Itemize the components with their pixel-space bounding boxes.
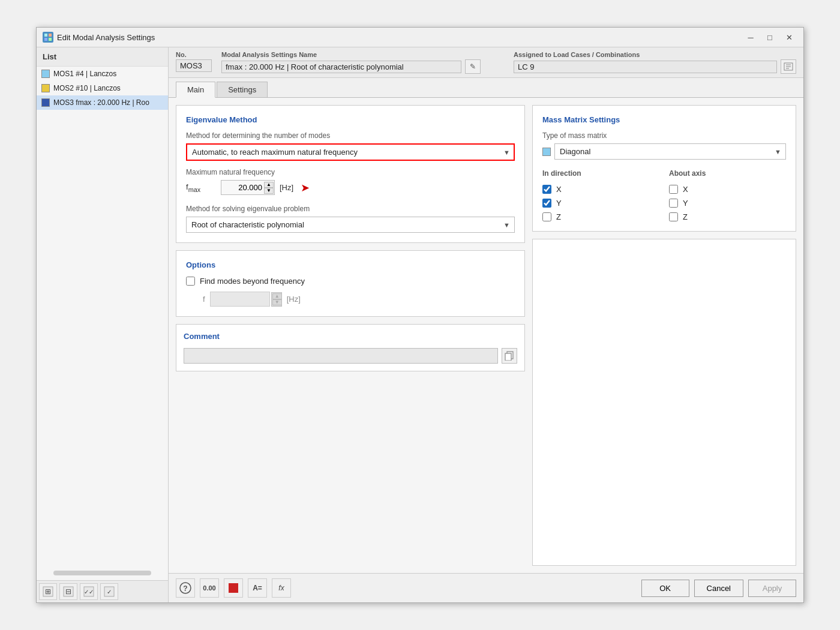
- main-window: Edit Modal Analysis Settings ─ □ ✕ List …: [36, 27, 804, 603]
- mos2-label: MOS2 #10 | Lanczos: [53, 84, 121, 92]
- find-modes-label: Find modes beyond frequency: [200, 277, 305, 286]
- mos3-label: MOS3 fmax : 20.000 Hz | Roo: [53, 98, 149, 107]
- svg-text:✓: ✓: [107, 589, 112, 595]
- minimize-button[interactable]: ─: [742, 31, 759, 43]
- fmax-sub: max: [188, 185, 200, 193]
- close-button[interactable]: ✕: [781, 31, 797, 43]
- f-down-btn: ▼: [272, 299, 282, 305]
- panels-area: Eigenvalue Method Method for determining…: [169, 98, 803, 573]
- comment-copy-btn[interactable]: [502, 348, 517, 364]
- mass-matrix-section: Mass Matrix Settings Type of mass matrix…: [532, 105, 796, 232]
- fmax-label: fmax: [186, 182, 216, 193]
- method-label: Method for determining the number of mod…: [186, 131, 515, 140]
- maximize-button[interactable]: □: [761, 31, 778, 43]
- content-area: List MOS1 #4 | Lanczos MOS2 #10 | Lanczo…: [37, 47, 803, 602]
- axis-z-label: Z: [683, 212, 688, 221]
- eigenvalue-section: Eigenvalue Method Method for determining…: [176, 105, 525, 243]
- mos1-color: [41, 70, 50, 78]
- svg-text:✓✓: ✓✓: [84, 589, 94, 595]
- arrow-indicator: ➤: [301, 181, 310, 194]
- svg-text:⊟: ⊟: [65, 587, 71, 596]
- sidebar-header: List: [37, 47, 168, 67]
- svg-text:?: ?: [183, 584, 187, 593]
- svg-rect-17: [505, 353, 511, 361]
- axis-x-checkbox[interactable]: [669, 185, 678, 194]
- fmax-input-wrapper: ▲ ▼: [221, 180, 275, 195]
- apply-button[interactable]: Apply: [748, 580, 796, 597]
- assigned-label: Assigned to Load Cases / Combinations: [514, 51, 796, 58]
- font-button[interactable]: A=: [248, 578, 267, 598]
- name-edit-button[interactable]: ✎: [465, 59, 481, 74]
- dir-x-checkbox[interactable]: [542, 185, 551, 194]
- sidebar: List MOS1 #4 | Lanczos MOS2 #10 | Lanczo…: [37, 47, 169, 602]
- mass-type-dropdown[interactable]: Diagonal Consistent: [554, 143, 786, 160]
- svg-text:⊞: ⊞: [45, 587, 51, 596]
- method-dropdown[interactable]: Automatic, to reach maximum natural freq…: [186, 143, 515, 161]
- formula-button[interactable]: fx: [272, 578, 291, 598]
- method-dropdown-wrapper: Automatic, to reach maximum natural freq…: [186, 143, 515, 161]
- axis-y-row: Y: [669, 199, 786, 208]
- decimal-label: 0.00: [203, 584, 215, 592]
- sidebar-check-btn[interactable]: ✓: [100, 583, 118, 600]
- comment-input[interactable]: [184, 348, 498, 364]
- right-panel: Mass Matrix Settings Type of mass matrix…: [532, 105, 796, 566]
- dir-x-label: X: [556, 185, 562, 194]
- title-bar: Edit Modal Analysis Settings ─ □ ✕: [37, 28, 803, 47]
- direction-section: In direction X Y: [542, 169, 659, 221]
- axis-x-row: X: [669, 185, 786, 194]
- find-modes-checkbox[interactable]: [186, 277, 195, 286]
- assigned-value: LC 9: [514, 61, 777, 73]
- window-title: Edit Modal Analysis Settings: [57, 33, 155, 42]
- solve-dropdown[interactable]: Root of characteristic polynomial Lanczo…: [186, 217, 515, 233]
- dir-z-row: Z: [542, 212, 659, 221]
- axis-z-checkbox[interactable]: [669, 212, 678, 221]
- assigned-edit-button[interactable]: [781, 59, 796, 74]
- sidebar-item-mos1[interactable]: MOS1 #4 | Lanczos: [37, 67, 168, 81]
- no-label: No.: [176, 51, 212, 58]
- svg-rect-2: [44, 38, 47, 41]
- f-label: f: [203, 295, 205, 304]
- comment-section: Comment: [176, 324, 525, 371]
- fmax-down-btn[interactable]: ▼: [264, 188, 274, 194]
- find-modes-row: Find modes beyond frequency: [186, 277, 515, 286]
- right-empty-panel: [532, 239, 796, 566]
- left-panel: Eigenvalue Method Method for determining…: [176, 105, 525, 566]
- formula-label: fx: [278, 584, 284, 592]
- bottom-bar: ? 0.00 A= fx OK: [169, 573, 803, 602]
- fmax-up-btn[interactable]: ▲: [264, 182, 274, 188]
- dir-x-row: X: [542, 185, 659, 194]
- tab-settings[interactable]: Settings: [217, 82, 268, 97]
- fmax-unit: [Hz]: [280, 183, 293, 192]
- axis-y-checkbox[interactable]: [669, 199, 678, 208]
- comment-input-row: [184, 348, 517, 364]
- svg-rect-0: [44, 34, 47, 37]
- eigenvalue-title: Eigenvalue Method: [186, 115, 515, 124]
- no-field: No. MOS3: [176, 51, 212, 74]
- f-input: [210, 292, 270, 307]
- dir-z-checkbox[interactable]: [542, 212, 551, 221]
- fmax-spinner: ▲ ▼: [264, 182, 274, 194]
- font-label: A=: [253, 584, 262, 592]
- sidebar-checkall-btn[interactable]: ✓✓: [80, 583, 98, 600]
- sidebar-add-btn[interactable]: ⊞: [39, 583, 57, 600]
- name-value: fmax : 20.000 Hz | Root of characteristi…: [221, 61, 461, 73]
- color-button[interactable]: [224, 578, 243, 598]
- window-controls: ─ □ ✕: [742, 31, 797, 43]
- mos3-color: [41, 98, 50, 107]
- decimal-button[interactable]: 0.00: [200, 578, 219, 598]
- sidebar-remove-btn[interactable]: ⊟: [59, 583, 77, 600]
- tab-main[interactable]: Main: [176, 82, 215, 98]
- bottom-icons: ? 0.00 A= fx: [176, 578, 291, 598]
- svg-rect-1: [49, 34, 52, 37]
- axis-y-label: Y: [683, 199, 688, 208]
- sidebar-item-mos3[interactable]: MOS3 fmax : 20.000 Hz | Roo: [37, 95, 168, 110]
- header-row: No. MOS3 Modal Analysis Settings Name fm…: [169, 47, 803, 78]
- svg-rect-3: [49, 38, 52, 41]
- dir-y-row: Y: [542, 199, 659, 208]
- cancel-button[interactable]: Cancel: [694, 580, 743, 597]
- about-axis-label: About axis: [669, 169, 786, 178]
- ok-button[interactable]: OK: [641, 580, 689, 597]
- help-button[interactable]: ?: [176, 578, 195, 598]
- dir-y-checkbox[interactable]: [542, 199, 551, 208]
- sidebar-item-mos2[interactable]: MOS2 #10 | Lanczos: [37, 81, 168, 95]
